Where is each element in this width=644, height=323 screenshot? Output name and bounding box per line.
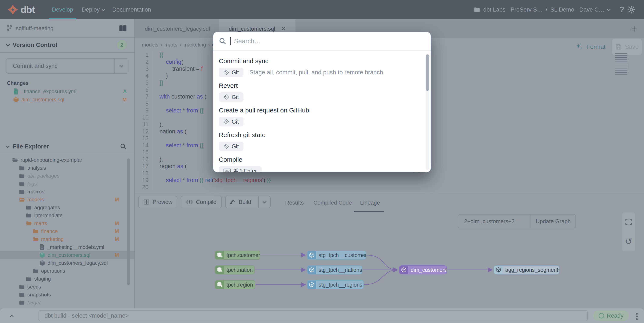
build-options-chevron[interactable] <box>258 196 270 208</box>
chevron-down-icon <box>6 144 10 148</box>
dbt-logo[interactable]: dbt <box>7 4 35 16</box>
tab-dim-customers-legacy[interactable]: dim_customers_legacy.sql <box>135 19 219 38</box>
git-branch-row[interactable]: sqlfluff-meeting <box>0 19 134 38</box>
tree-item-dim-customers-sql[interactable]: dim_customers.sqlM <box>0 251 134 259</box>
commit-options-chevron[interactable] <box>114 59 128 73</box>
version-control-title: Version Control <box>13 42 57 48</box>
tree-item-models[interactable]: modelsM <box>0 196 134 203</box>
fullscreen-icon[interactable] <box>625 218 632 225</box>
lineage-node-tpch-region[interactable]: tpch.region <box>215 280 255 289</box>
git-icon <box>224 94 229 100</box>
tab-lineage[interactable]: Lineage <box>360 193 380 212</box>
command-item-compile[interactable]: Compile⌘⇧Enter <box>219 154 422 172</box>
tree-item-label: marketing <box>41 236 64 242</box>
line-number: 1 <box>135 51 148 59</box>
file-explorer-scrollbar[interactable] <box>127 159 130 285</box>
close-icon[interactable]: ✕ <box>281 25 286 33</box>
command-list-scrollbar[interactable] <box>426 54 429 170</box>
folder-open-icon <box>32 237 38 242</box>
tree-item-target[interactable]: target <box>0 298 134 306</box>
tree-item-marketing[interactable]: marketingM <box>0 235 134 243</box>
lineage-node-label: stg_tpch__regions <box>316 282 364 288</box>
command-item-commit-and-sync[interactable]: Commit and syncGitStage all, commit, pul… <box>219 55 422 80</box>
changes-label: Changes <box>7 80 134 86</box>
help-icon[interactable]: ? <box>620 5 624 14</box>
breadcrumb-item[interactable]: marketing <box>184 42 206 48</box>
lineage-node-dim-customers[interactable]: dim_customers <box>399 265 447 274</box>
command-item-revert[interactable]: RevertGit <box>219 80 422 105</box>
lineage-node-stg-tpch-customers[interactable]: stg_tpch__customers <box>307 251 366 260</box>
folder-icon <box>32 268 38 273</box>
tree-item-finance[interactable]: financeM <box>0 227 134 235</box>
preview-button[interactable]: Preview <box>138 196 177 208</box>
lineage-node-label: dim_customers <box>408 267 447 273</box>
changed-file-row[interactable]: _finance_exposures.ymlA <box>0 87 134 96</box>
lineage-node-agg-regions-segments[interactable]: agg_regions_segments <box>494 265 560 274</box>
tree-item-seeds[interactable]: seeds <box>0 283 134 291</box>
changes-list: _finance_exposures.ymlAdim_customers.sql… <box>0 87 134 104</box>
compile-button[interactable]: Compile <box>181 196 222 208</box>
tree-item-dim-customers-legacy-sql[interactable]: dim_customers_legacy.sql <box>0 259 134 267</box>
tree-item-intermediate[interactable]: intermediate <box>0 211 134 219</box>
changed-file-row[interactable]: dim_customers.sqlM <box>0 96 134 104</box>
tree-item-operations[interactable]: operations <box>0 267 134 275</box>
search-icon[interactable] <box>120 143 127 150</box>
graph-selector-input[interactable]: 2+dim_customers+2 <box>458 215 530 228</box>
breadcrumb-item[interactable]: marts <box>164 42 177 48</box>
file-tree: rapid-onboarding-exemplaranalysisdbt_pac… <box>0 156 134 323</box>
branch-name: sqlfluff-meeting <box>16 25 54 32</box>
tree-item-staging[interactable]: staging <box>0 275 134 283</box>
kebab-menu-icon[interactable] <box>636 312 638 321</box>
database-icon <box>216 266 224 274</box>
tree-item-label: snapshots <box>28 292 51 298</box>
nav-develop[interactable]: Develop <box>48 0 76 19</box>
tree-item-aggregates[interactable]: aggregates <box>0 203 134 211</box>
reset-view-icon[interactable]: ↺ <box>625 237 632 246</box>
file-explorer-header[interactable]: File Explorer <box>0 139 134 154</box>
build-button[interactable]: Build <box>225 196 270 208</box>
dbt-command-input[interactable]: dbt build --select <model_name> <box>38 310 588 321</box>
folder-icon <box>32 229 38 234</box>
tree-item-dbt-packages[interactable]: dbt_packages <box>0 172 134 180</box>
breadcrumb-item[interactable]: models <box>142 42 158 48</box>
folder-icon <box>19 165 25 170</box>
lineage-node-stg-tpch-nations[interactable]: stg_tpch__nations <box>307 265 362 274</box>
lineage-node-tpch-nation[interactable]: tpch.nation <box>215 265 254 274</box>
project-selector[interactable]: dbt Labs - ProServ S… <box>483 7 543 13</box>
gear-icon[interactable] <box>627 6 636 14</box>
tree-item-rapid-onboarding-exemplar[interactable]: rapid-onboarding-exemplar <box>0 156 134 164</box>
tab-compiled-code[interactable]: Compiled Code <box>314 193 352 212</box>
changes-count-badge: 2 <box>117 40 127 50</box>
new-tab-button[interactable]: + <box>628 19 640 38</box>
folder-open-icon <box>12 157 18 163</box>
nav-deploy[interactable]: Deploy <box>80 0 106 19</box>
tree-item--marketing-models-yml[interactable]: _marketing__models.yml <box>0 243 134 251</box>
tree-item-logs[interactable]: logs <box>0 180 134 188</box>
code-line: 20 <box>135 184 644 191</box>
tree-item-analysis[interactable]: analysis <box>0 164 134 172</box>
docs-book-icon[interactable] <box>119 25 127 32</box>
commit-and-sync-button[interactable]: Commit and sync <box>6 58 128 74</box>
chevron-up-icon[interactable] <box>10 315 14 318</box>
git-icon <box>224 70 229 75</box>
file-explorer-section: File Explorer rapid-onboarding-exemplara… <box>0 139 134 323</box>
chevron-down-icon[interactable] <box>607 7 610 11</box>
environment-selector[interactable]: SL Demo - Dave C… <box>550 7 604 13</box>
nav-documentation[interactable]: Documentation <box>112 0 151 19</box>
format-button[interactable]: Format <box>575 43 606 51</box>
lineage-node-tpch-customer[interactable]: tpch.customer <box>215 251 260 260</box>
command-item-refresh-git-state[interactable]: Refresh git stateGit <box>219 129 422 154</box>
tree-item-label: dbt_packages <box>28 173 59 179</box>
command-palette-search[interactable]: Search… <box>213 32 431 51</box>
command-title: Create a pull request on GitHub <box>219 105 422 114</box>
version-control-header[interactable]: Version Control 2 <box>0 38 134 53</box>
command-item-create-a-pull-request-on-github[interactable]: Create a pull request on GitHubGit <box>219 105 422 129</box>
path-separator: / <box>546 7 548 13</box>
update-graph-button[interactable]: Update Graph <box>530 215 576 228</box>
tree-item-snapshots[interactable]: snapshots <box>0 291 134 298</box>
tree-item-macros[interactable]: macros <box>0 188 134 196</box>
tree-item-marts[interactable]: martsM <box>0 219 134 227</box>
lineage-node-stg-tpch-regions[interactable]: stg_tpch__regions <box>307 280 364 289</box>
tree-item-label: intermediate <box>34 212 62 218</box>
tab-results[interactable]: Results <box>285 193 304 212</box>
